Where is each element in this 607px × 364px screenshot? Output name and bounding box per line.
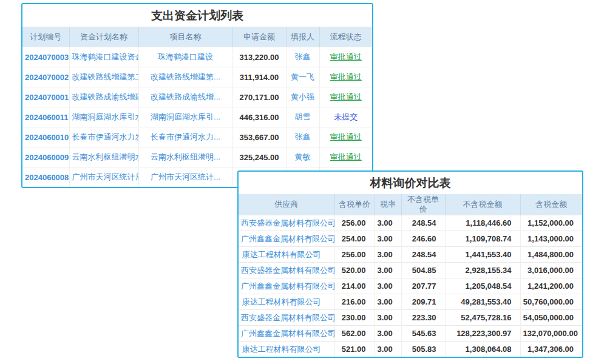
fund-plan-name-link[interactable]: 珠海鹤港口建设资金... [69, 47, 138, 67]
apply-amount-value: 270,171.00 [232, 87, 286, 107]
supplier-name-link[interactable]: 广州鑫鑫金属材料有限公司 [239, 278, 334, 294]
apply-amount-value: 311,914.00 [232, 67, 286, 87]
price-with-tax-value: 216.00 [334, 294, 375, 310]
supplier-name-link[interactable]: 广州鑫鑫金属材料有限公司 [239, 231, 334, 247]
plan-number-link[interactable]: 2024070003 [22, 47, 69, 67]
material-inquiry-header-row: 供应商 含税单价 税率 不含税单价 不含税金额 含税金额 [239, 194, 582, 215]
col-supplier: 供应商 [239, 194, 334, 215]
price-without-tax-value: 248.54 [401, 247, 445, 263]
tax-rate-value: 3.00 [375, 326, 401, 342]
tax-rate-value: 3.00 [375, 278, 401, 294]
process-status-link[interactable]: 审批通过 [319, 147, 372, 167]
plan-row: 2024070002改建铁路线增建第二...改建铁路线增建第...311,914… [22, 67, 372, 87]
plan-number-link[interactable]: 2024060011 [22, 107, 69, 127]
fund-plan-name-link[interactable]: 广州市天河区统计局... [69, 167, 138, 187]
amount-with-tax-value: 1,484,800.00 [520, 247, 582, 263]
process-status-link[interactable]: 审批通过 [319, 67, 372, 87]
fund-plan-name-link[interactable]: 云南水利枢纽潜明水... [69, 147, 138, 167]
project-name-link[interactable]: 改建铁路成渝线增... [138, 87, 232, 107]
process-status-link[interactable]: 审批通过 [319, 47, 372, 67]
col-apply-amount: 申请金额 [232, 27, 286, 47]
col-project-name: 项目名称 [138, 27, 232, 47]
price-with-tax-value: 254.00 [334, 231, 375, 247]
amount-with-tax-value: 1,241,200.00 [520, 278, 582, 294]
col-amount-with-tax: 含税金额 [520, 194, 582, 215]
fund-plan-name-link[interactable]: 湖南洞庭湖水库引水... [69, 107, 138, 127]
col-plan-number: 计划编号 [22, 27, 69, 47]
amount-without-tax-value: 49,281,553.40 [445, 294, 520, 310]
price-without-tax-value: 248.54 [401, 215, 445, 231]
amount-with-tax-value: 50,760,000.00 [520, 294, 582, 310]
project-name-link[interactable]: 云南水利枢纽潜明... [138, 147, 232, 167]
price-with-tax-value: 214.00 [334, 278, 375, 294]
col-process-status: 流程状态 [319, 27, 372, 47]
tax-rate-value: 3.00 [375, 247, 401, 263]
fund-plan-name-link[interactable]: 长春市伊通河水力发... [69, 127, 138, 147]
tax-rate-value: 3.00 [375, 263, 401, 278]
supplier-name-link[interactable]: 康达工程材料有限公司 [239, 294, 334, 310]
reporter-name: 黄敏 [286, 147, 319, 167]
fund-plan-name-link[interactable]: 改建铁路线增建第二... [69, 67, 138, 87]
project-name-link[interactable]: 长春市伊通河水力... [138, 127, 232, 147]
project-name-link[interactable]: 湖南洞庭湖水库引... [138, 107, 232, 127]
tax-rate-value: 3.00 [375, 215, 401, 231]
plan-number-link[interactable]: 2024060010 [22, 127, 69, 147]
plan-number-link[interactable]: 2024070002 [22, 67, 69, 87]
apply-amount-value: 353,667.00 [232, 127, 286, 147]
material-inquiry-table: 供应商 含税单价 税率 不含税单价 不含税金额 含税金额 西安盛器金属材料有限公… [239, 194, 582, 357]
supplier-name-link[interactable]: 康达工程材料有限公司 [239, 247, 334, 263]
price-without-tax-value: 207.77 [401, 278, 445, 294]
reporter-name: 张鑫 [286, 127, 319, 147]
quote-row: 康达工程材料有限公司521.003.00505.831,308,064.081,… [239, 342, 582, 357]
price-with-tax-value: 256.00 [334, 247, 375, 263]
plan-number-link[interactable]: 2024060009 [22, 147, 69, 167]
tax-rate-value: 3.00 [375, 342, 401, 357]
supplier-name-link[interactable]: 康达工程材料有限公司 [239, 342, 334, 357]
plan-number-link[interactable]: 2024060008 [22, 167, 69, 187]
quote-row: 西安盛器金属材料有限公司256.003.00248.541,118,446.60… [239, 215, 582, 231]
fund-plan-name-link[interactable]: 改建铁路成渝线增建... [69, 87, 138, 107]
process-status-link[interactable]: 审批通过 [319, 87, 372, 107]
amount-without-tax-value: 1,205,048.54 [445, 278, 520, 294]
amount-without-tax-value: 52,475,728.16 [445, 310, 520, 326]
quote-row: 西安盛器金属材料有限公司230.003.00223.3052,475,728.1… [239, 310, 582, 326]
material-inquiry-title: 材料询价对比表 [239, 172, 582, 194]
quote-row: 广州鑫鑫金属材料有限公司214.003.00207.771,205,048.54… [239, 278, 582, 294]
supplier-name-link[interactable]: 西安盛器金属材料有限公司 [239, 215, 334, 231]
material-inquiry-panel: 材料询价对比表 供应商 含税单价 税率 不含税单价 不含税金额 含税金额 西安盛… [237, 170, 583, 358]
reporter-name: 黄一飞 [286, 67, 319, 87]
apply-amount-value: 325,245.00 [232, 147, 286, 167]
plan-row: 2024060009云南水利枢纽潜明水...云南水利枢纽潜明...325,245… [22, 147, 372, 167]
expenditure-plan-table: 计划编号 资金计划名称 项目名称 申请金额 填报人 流程状态 202407000… [22, 27, 372, 187]
supplier-name-link[interactable]: 西安盛器金属材料有限公司 [239, 263, 334, 278]
price-without-tax-value: 545.63 [401, 326, 445, 342]
expenditure-plan-header-row: 计划编号 资金计划名称 项目名称 申请金额 填报人 流程状态 [22, 27, 372, 47]
project-name-link[interactable]: 珠海鹤港口建设 [138, 47, 232, 67]
tax-rate-value: 3.00 [375, 294, 401, 310]
col-fund-plan-name: 资金计划名称 [69, 27, 138, 47]
process-status-link[interactable]: 审批通过 [319, 127, 372, 147]
quote-row: 西安盛器金属材料有限公司520.003.00504.852,928,155.34… [239, 263, 582, 278]
quote-row: 广州鑫鑫金属材料有限公司562.003.00545.63128,223,300.… [239, 326, 582, 342]
project-name-link[interactable]: 广州市天河区统计... [138, 167, 232, 187]
col-amount-without-tax: 不含税金额 [445, 194, 520, 215]
amount-with-tax-value: 3,016,000.00 [520, 263, 582, 278]
process-status-link[interactable]: 未提交 [319, 107, 372, 127]
amount-without-tax-value: 1,308,064.08 [445, 342, 520, 357]
tax-rate-value: 3.00 [375, 310, 401, 326]
plan-row: 2024070003珠海鹤港口建设资金...珠海鹤港口建设313,220.00张… [22, 47, 372, 67]
amount-without-tax-value: 1,118,446.60 [445, 215, 520, 231]
expenditure-plan-title: 支出资金计划列表 [22, 4, 372, 27]
supplier-name-link[interactable]: 广州鑫鑫金属材料有限公司 [239, 326, 334, 342]
project-name-link[interactable]: 改建铁路线增建第... [138, 67, 232, 87]
amount-with-tax-value: 132,070,000.00 [520, 326, 582, 342]
plan-row: 2024060010长春市伊通河水力发...长春市伊通河水力...353,667… [22, 127, 372, 147]
col-reporter: 填报人 [286, 27, 319, 47]
price-with-tax-value: 562.00 [334, 326, 375, 342]
amount-with-tax-value: 1,152,000.00 [520, 215, 582, 231]
price-without-tax-value: 223.30 [401, 310, 445, 326]
apply-amount-value: 313,220.00 [232, 47, 286, 67]
price-with-tax-value: 256.00 [334, 215, 375, 231]
supplier-name-link[interactable]: 西安盛器金属材料有限公司 [239, 310, 334, 326]
plan-number-link[interactable]: 2024070001 [22, 87, 69, 107]
